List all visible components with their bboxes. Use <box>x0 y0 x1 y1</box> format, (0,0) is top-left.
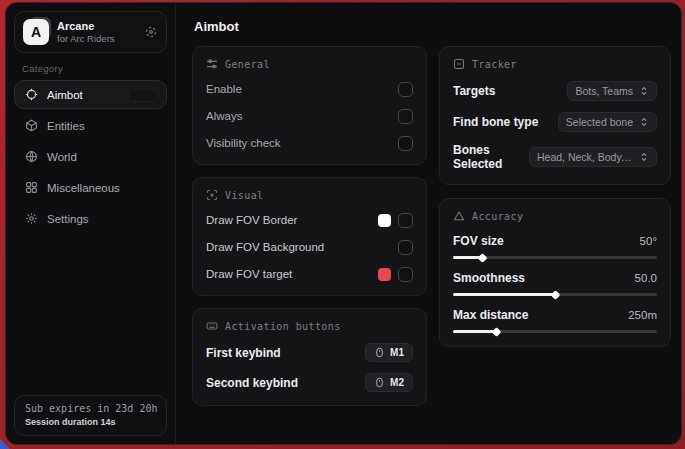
setting-label: Second keybind <box>206 376 298 390</box>
section-title: General <box>225 59 270 70</box>
chevron-up-down-icon <box>639 152 649 162</box>
general-card: General Enable Always Visibility check <box>192 46 427 165</box>
sidebar-item-entities[interactable]: Entities <box>14 111 167 140</box>
enable-checkbox[interactable] <box>398 82 413 97</box>
keybind-hint-badge <box>128 89 158 102</box>
setting-label: Visibility check <box>206 137 281 149</box>
sliders-icon <box>206 58 218 70</box>
sidebar-item-world[interactable]: World <box>14 142 167 171</box>
setting-label: Find bone type <box>453 115 538 129</box>
mouse-icon <box>374 347 385 358</box>
setting-label: FOV size <box>453 234 504 248</box>
left-column: General Enable Always Visibility check <box>192 46 427 406</box>
chevron-up-down-icon <box>639 86 649 96</box>
fov-background-checkbox[interactable] <box>398 240 413 255</box>
sidebar-item-settings[interactable]: Settings <box>14 204 167 233</box>
gear-icon <box>25 212 38 225</box>
find-bone-type-select[interactable]: Selected bone <box>558 112 657 132</box>
sidebar-item-miscellaneous[interactable]: Miscellaneous <box>14 173 167 202</box>
sub-expiry-text: Sub expires in 23d 20h <box>25 403 156 414</box>
crosshair-icon <box>25 88 38 101</box>
sidebar: A Arcane for Arc Riders Category Aimbot <box>6 3 176 444</box>
setting-label: Smoothness <box>453 271 525 285</box>
keybind-value: M2 <box>390 377 404 388</box>
triangle-icon <box>453 210 465 222</box>
setting-row-fov-target: Draw FOV target <box>206 266 413 282</box>
setting-row-enable: Enable <box>206 81 413 97</box>
setting-label: Draw FOV Border <box>206 214 297 226</box>
app-header-card: A Arcane for Arc Riders <box>14 11 167 53</box>
setting-row-visibility-check: Visibility check <box>206 135 413 151</box>
sidebar-item-label: Entities <box>47 120 85 132</box>
setting-label: Enable <box>206 83 242 95</box>
keyboard-icon <box>206 320 218 332</box>
slider-value: 50° <box>640 235 657 247</box>
app-window: A Arcane for Arc Riders Category Aimbot <box>5 2 682 445</box>
globe-icon <box>25 150 38 163</box>
setting-row-first-keybind: First keybind M1 <box>206 343 413 362</box>
category-label: Category <box>22 63 159 74</box>
setting-row-always: Always <box>206 108 413 124</box>
fov-border-color-swatch[interactable] <box>378 214 391 227</box>
max-distance-group: Max distance 250m <box>453 308 657 333</box>
setting-row-find-bone-type: Find bone type Selected bone <box>453 112 657 132</box>
select-value: Bots, Teams <box>575 85 633 97</box>
setting-label: Draw FOV target <box>206 268 292 280</box>
sidebar-item-label: Miscellaneous <box>47 182 120 194</box>
right-column: Tracker Targets Bots, Teams Find bone ty… <box>439 46 671 347</box>
smoothness-group: Smoothness 50.0 <box>453 271 657 296</box>
slider-thumb[interactable] <box>551 290 561 300</box>
app-logo: A <box>23 19 49 45</box>
visual-card: Visual Draw FOV Border Draw FOV Backgrou… <box>192 177 427 296</box>
targets-select[interactable]: Bots, Teams <box>567 81 657 101</box>
section-title: Activation buttons <box>225 321 341 332</box>
fov-size-slider[interactable] <box>453 256 657 259</box>
tracker-card: Tracker Targets Bots, Teams Find bone ty… <box>439 46 671 185</box>
grid-icon <box>25 181 38 194</box>
max-distance-slider[interactable] <box>453 330 657 333</box>
slider-value: 50.0 <box>635 272 657 284</box>
visibility-check-checkbox[interactable] <box>398 136 413 151</box>
app-subtitle: for Arc Riders <box>57 33 136 44</box>
app-name: Arcane <box>57 20 136 33</box>
fov-target-color-swatch[interactable] <box>378 268 391 281</box>
setting-label: Draw FOV Background <box>206 241 324 253</box>
setting-row-bones-selected: Bones Selected Head, Neck, Body, Fe.. <box>453 143 657 171</box>
setting-label: Always <box>206 110 242 122</box>
setting-label: Bones Selected <box>453 143 529 171</box>
sync-icon[interactable] <box>144 25 158 39</box>
mouse-icon <box>374 377 385 388</box>
sidebar-item-label: World <box>47 151 77 163</box>
section-title: Accuracy <box>472 211 523 222</box>
fov-target-checkbox[interactable] <box>398 267 413 282</box>
scan-icon <box>206 189 218 201</box>
sidebar-item-aimbot[interactable]: Aimbot <box>14 80 167 109</box>
select-value: Selected bone <box>566 116 633 128</box>
setting-row-targets: Targets Bots, Teams <box>453 81 657 101</box>
fov-border-checkbox[interactable] <box>398 213 413 228</box>
tracker-icon <box>453 58 465 70</box>
select-value: Head, Neck, Body, Fe.. <box>537 151 633 163</box>
second-keybind-badge[interactable]: M2 <box>365 373 413 392</box>
setting-label: Targets <box>453 84 495 98</box>
logo-letter: A <box>23 19 49 45</box>
setting-row-fov-background: Draw FOV Background <box>206 239 413 255</box>
setting-label: First keybind <box>206 346 281 360</box>
fov-size-group: FOV size 50° <box>453 234 657 259</box>
slider-thumb[interactable] <box>477 253 487 263</box>
session-duration-text: Session duration 14s <box>25 417 156 427</box>
accuracy-card: Accuracy FOV size 50° <box>439 198 671 347</box>
subscription-card: Sub expires in 23d 20h Session duration … <box>14 395 167 436</box>
main-content: Aimbot General Enable <box>176 3 681 444</box>
entities-icon <box>25 119 38 132</box>
activation-card: Activation buttons First keybind M1 Seco… <box>192 308 427 406</box>
keybind-value: M1 <box>390 347 404 358</box>
section-title: Tracker <box>472 59 517 70</box>
smoothness-slider[interactable] <box>453 293 657 296</box>
first-keybind-badge[interactable]: M1 <box>365 343 413 362</box>
page-title: Aimbot <box>194 19 671 34</box>
setting-row-second-keybind: Second keybind M2 <box>206 373 413 392</box>
slider-thumb[interactable] <box>491 327 501 337</box>
always-checkbox[interactable] <box>398 109 413 124</box>
bones-selected-select[interactable]: Head, Neck, Body, Fe.. <box>529 147 657 167</box>
